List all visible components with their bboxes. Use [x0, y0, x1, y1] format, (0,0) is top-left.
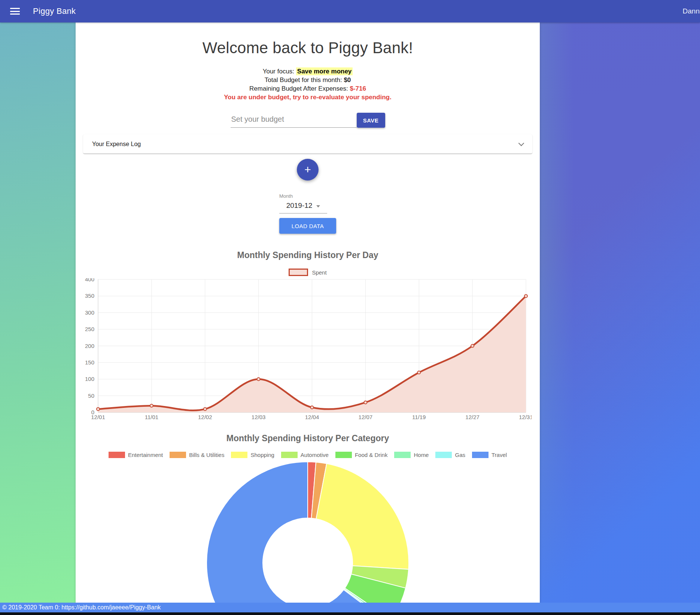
load-data-button[interactable]: LOAD DATA [279, 218, 336, 234]
legend-item[interactable]: Bills & Utilities [170, 452, 224, 458]
legend-label: Spent [312, 269, 326, 276]
month-select[interactable]: 2019-12 [279, 200, 327, 213]
svg-text:12/04: 12/04 [305, 414, 319, 420]
month-picker: Month 2019-12 LOAD DATA [279, 193, 336, 234]
user-name[interactable]: Dann [683, 7, 700, 15]
svg-text:12/01: 12/01 [91, 414, 105, 420]
budget-form: SAVE [76, 113, 540, 128]
main-card: Welcome back to Piggy Bank! Your focus: … [76, 22, 540, 615]
legend-item[interactable]: Entertainment [109, 452, 163, 458]
svg-text:11/01: 11/01 [145, 414, 158, 420]
budget-warning: You are under budget, try to re-evaluate… [76, 93, 540, 102]
app-bar: Piggy Bank Dann [0, 0, 700, 22]
plus-icon: + [304, 163, 311, 176]
remaining-budget-value: $-716 [350, 85, 366, 92]
legend-label: Entertainment [128, 452, 163, 458]
svg-text:11/19: 11/19 [412, 414, 426, 420]
focus-highlight: Save more money [296, 67, 353, 75]
svg-text:12/07: 12/07 [359, 414, 373, 420]
legend-label: Gas [455, 452, 465, 458]
legend-item[interactable]: Shopping [231, 452, 274, 458]
month-select-value: 2019-12 [286, 202, 313, 210]
legend-swatch [394, 452, 411, 458]
expense-log-panel[interactable]: Your Expense Log [83, 134, 532, 154]
chevron-down-icon [518, 140, 524, 146]
category-doughnut-chart [177, 461, 439, 615]
legend-swatch [281, 452, 298, 458]
svg-text:12/31: 12/31 [519, 414, 532, 420]
legend-swatch [109, 452, 125, 458]
legend-item[interactable]: Travel [472, 452, 507, 458]
legend-swatch [170, 452, 186, 458]
svg-text:100: 100 [85, 376, 94, 382]
legend-label: Home [414, 452, 429, 458]
menu-icon[interactable] [10, 8, 20, 15]
legend-label: Bills & Utilities [189, 452, 224, 458]
line-chart-title: Monthly Spending History Per Day [76, 250, 540, 260]
budget-summary: Your focus: Save more money Total Budget… [76, 67, 540, 102]
spending-line-chart: 05010015020025030035040012/0111/0112/021… [79, 278, 532, 421]
svg-text:12/27: 12/27 [465, 414, 480, 420]
svg-text:150: 150 [85, 359, 94, 366]
pie-chart-legend: EntertainmentBills & UtilitiesShoppingAu… [76, 452, 540, 458]
month-label: Month [279, 193, 336, 199]
legend-swatch [289, 269, 308, 276]
legend-item[interactable]: Food & Drink [335, 452, 388, 458]
legend-label: Automotive [301, 452, 329, 458]
legend-swatch [335, 452, 352, 458]
budget-input[interactable] [231, 113, 357, 128]
expense-log-title: Your Expense Log [92, 141, 141, 148]
legend-swatch [435, 452, 452, 458]
add-expense-fab[interactable]: + [297, 159, 319, 181]
footer-text: © 2019-2020 Team 0: https://github.com/j… [0, 603, 700, 612]
legend-swatch [231, 452, 247, 458]
svg-text:50: 50 [88, 393, 94, 399]
legend-label: Shopping [250, 452, 274, 458]
total-budget-value: $0 [344, 76, 351, 84]
welcome-heading: Welcome back to Piggy Bank! [76, 39, 540, 57]
legend-label: Travel [491, 452, 507, 458]
remaining-budget-line: Remaining Budget After Expenses: $-716 [76, 84, 540, 93]
legend-swatch [472, 452, 489, 458]
svg-text:400: 400 [85, 278, 94, 282]
footer-dark-strip [0, 612, 700, 615]
pie-chart-title: Monthly Spending History Per Category [76, 433, 540, 443]
legend-label: Food & Drink [355, 452, 388, 458]
caret-down-icon [316, 205, 320, 207]
svg-text:200: 200 [85, 343, 94, 349]
legend-item[interactable]: Home [394, 452, 429, 458]
legend-item[interactable]: Gas [435, 452, 465, 458]
svg-text:250: 250 [85, 326, 94, 332]
total-budget-line: Total Budget for this month: $0 [76, 76, 540, 84]
focus-line: Your focus: Save more money [76, 67, 540, 76]
legend-item[interactable]: Automotive [281, 452, 329, 458]
line-chart-legend[interactable]: Spent [76, 269, 540, 276]
svg-text:12/02: 12/02 [198, 414, 212, 420]
save-button[interactable]: SAVE [357, 113, 385, 128]
svg-text:12/03: 12/03 [252, 414, 266, 420]
page-footer: © 2019-2020 Team 0: https://github.com/j… [0, 603, 700, 615]
svg-text:350: 350 [85, 293, 94, 299]
app-title: Piggy Bank [33, 6, 76, 16]
svg-text:300: 300 [85, 309, 94, 316]
